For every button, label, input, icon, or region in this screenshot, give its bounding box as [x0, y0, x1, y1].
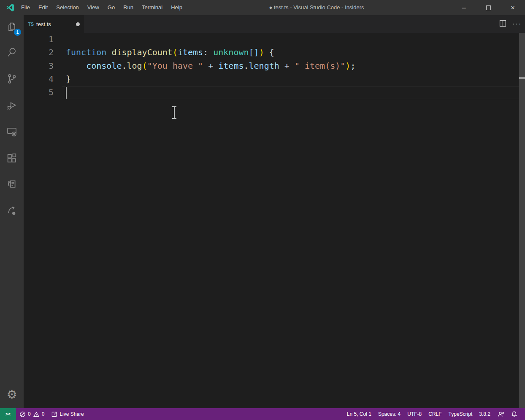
- live-share-label: Live Share: [60, 411, 84, 417]
- code-token: [106, 47, 111, 57]
- tab-test-ts[interactable]: TS test.ts: [24, 15, 84, 33]
- warning-icon: [33, 411, 40, 417]
- minimize-button[interactable]: ─: [452, 0, 476, 15]
- explorer-icon[interactable]: 1: [5, 20, 19, 34]
- language-mode-status[interactable]: TypeScript: [445, 408, 476, 420]
- code-token: +: [279, 61, 295, 71]
- code-token: displayCount: [111, 47, 173, 57]
- status-bar: >< 0 0 Live Share Ln 5, Col 1 Sp: [0, 408, 525, 420]
- error-count: 0: [28, 411, 31, 417]
- code-token: :: [203, 47, 213, 57]
- code-token: (: [142, 61, 147, 71]
- activity-bar: 1: [0, 15, 24, 408]
- feedback-button[interactable]: [494, 408, 508, 420]
- vscode-window: File Edit Selection View Go Run Terminal…: [0, 0, 525, 420]
- code-line[interactable]: 1: [24, 33, 525, 46]
- vscode-insiders-logo-icon: [5, 3, 15, 12]
- menu-view[interactable]: View: [83, 0, 103, 15]
- code-token: items: [178, 47, 203, 57]
- code-line[interactable]: 2function displayCount(items: unknown[])…: [24, 46, 525, 59]
- maximize-icon: [486, 5, 491, 10]
- document-sync-icon[interactable]: [5, 178, 19, 191]
- extensions-icon[interactable]: [5, 151, 19, 165]
- cursor-position-status[interactable]: Ln 5, Col 1: [344, 408, 375, 420]
- tab-bar: TS test.ts ···: [24, 15, 525, 33]
- mouse-ibeam-cursor: [171, 106, 177, 119]
- code-token: items: [218, 61, 244, 71]
- overview-ruler-cursor-mark: [519, 77, 525, 79]
- remote-indicator-icon: ><: [5, 411, 10, 417]
- maximize-button[interactable]: [476, 0, 501, 15]
- code-token: log: [127, 61, 142, 71]
- code-token: .: [122, 61, 127, 71]
- status-right: Ln 5, Col 1 Spaces: 4 UTF-8 CRLF TypeScr…: [344, 408, 525, 420]
- feedback-icon: [497, 411, 504, 417]
- live-share-icon[interactable]: [5, 204, 19, 218]
- menu-bar: File Edit Selection View Go Run Terminal…: [17, 0, 187, 15]
- window-title: ● test.ts - Visual Studio Code - Insider…: [269, 0, 364, 15]
- notifications-button[interactable]: [508, 408, 521, 420]
- code-token: ;: [350, 61, 355, 71]
- menu-go[interactable]: Go: [103, 0, 119, 15]
- vertical-scrollbar[interactable]: [519, 33, 525, 408]
- menu-selection[interactable]: Selection: [52, 0, 83, 15]
- code-token: {: [264, 47, 274, 57]
- code-token: .: [244, 61, 249, 71]
- error-icon: [19, 411, 26, 417]
- menu-run[interactable]: Run: [119, 0, 138, 15]
- indentation-status[interactable]: Spaces: 4: [375, 408, 404, 420]
- code-token: length: [249, 61, 279, 71]
- code-token: }: [66, 74, 71, 84]
- line-number: 1: [24, 33, 54, 46]
- bell-icon: [511, 411, 517, 417]
- line-number: 3: [24, 59, 54, 73]
- text-caret: [66, 87, 67, 99]
- menu-help[interactable]: Help: [167, 0, 187, 15]
- code-area: 12function displayCount(items: unknown[]…: [24, 33, 525, 99]
- typescript-version-status[interactable]: 3.8.2: [476, 408, 494, 420]
- tab-label: test.ts: [36, 21, 51, 27]
- code-token: [66, 61, 86, 71]
- code-token: +: [203, 61, 218, 71]
- line-number: 2: [24, 46, 54, 59]
- remote-indicator[interactable]: ><: [0, 408, 16, 420]
- code-token: "You have ": [147, 61, 203, 71]
- status-left: >< 0 0 Live Share: [0, 408, 87, 420]
- editor-actions: ···: [499, 15, 522, 33]
- code-token: function: [66, 47, 106, 57]
- line-number: 4: [24, 73, 54, 86]
- warning-count: 0: [42, 411, 45, 417]
- code-token: (: [173, 47, 178, 57]
- search-icon[interactable]: [5, 46, 19, 59]
- typescript-file-icon: TS: [28, 22, 34, 27]
- more-actions-icon[interactable]: ···: [512, 15, 522, 33]
- line-number: 5: [24, 86, 54, 99]
- encoding-status[interactable]: UTF-8: [404, 408, 425, 420]
- modified-dot-icon[interactable]: [76, 22, 80, 26]
- code-line[interactable]: 4}: [24, 73, 525, 86]
- code-line[interactable]: 3 console.log("You have " + items.length…: [24, 59, 525, 73]
- code-token: console: [86, 61, 122, 71]
- problems-status[interactable]: 0 0: [16, 408, 48, 420]
- code-token: ): [259, 47, 264, 57]
- menu-file[interactable]: File: [17, 0, 34, 15]
- explorer-badge: 1: [14, 29, 21, 36]
- code-token: " item(s)": [295, 61, 345, 71]
- split-editor-icon[interactable]: [499, 20, 506, 29]
- code-token: unknown: [213, 47, 249, 57]
- code-token: []: [249, 47, 259, 57]
- window-controls: ─ ✕: [452, 0, 525, 15]
- code-line[interactable]: 5: [24, 86, 525, 99]
- run-debug-icon[interactable]: [5, 99, 19, 112]
- code-token: ): [345, 61, 350, 71]
- share-icon: [51, 411, 57, 417]
- eol-status[interactable]: CRLF: [425, 408, 445, 420]
- menu-edit[interactable]: Edit: [34, 0, 52, 15]
- editor[interactable]: 12function displayCount(items: unknown[]…: [24, 33, 525, 408]
- gear-icon[interactable]: ⚙: [5, 388, 19, 401]
- source-control-icon[interactable]: [5, 72, 19, 86]
- remote-explorer-icon[interactable]: [5, 125, 19, 138]
- close-button[interactable]: ✕: [501, 0, 525, 15]
- menu-terminal[interactable]: Terminal: [138, 0, 167, 15]
- live-share-status[interactable]: Live Share: [48, 408, 87, 420]
